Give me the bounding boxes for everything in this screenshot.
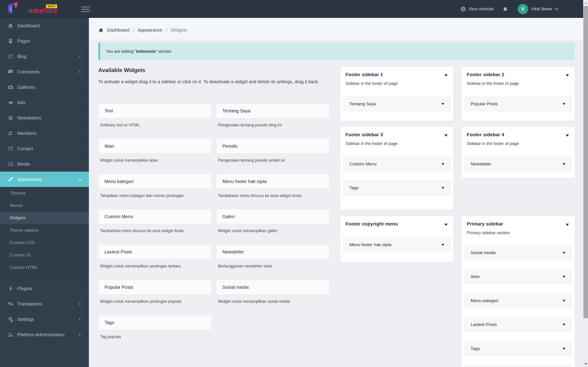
- widget-desc: Widget untuk menampilkan galeri: [218, 228, 277, 233]
- widget-desc: Tambahkan menu khusus ke area widget And…: [218, 193, 303, 198]
- triangle-down-icon: [563, 252, 565, 254]
- sidebar-item-media[interactable]: Media: [0, 156, 89, 172]
- sidebar-item-label: Ads: [17, 100, 25, 105]
- widget-card-custom-menu[interactable]: Custom Menu: [98, 209, 212, 224]
- submenu-item-custom-html[interactable]: Custom HTML: [0, 261, 89, 274]
- sidebar-toggle-hamburger-icon[interactable]: [81, 7, 90, 12]
- breadcrumb-dashboard[interactable]: Dashboard: [107, 27, 130, 33]
- sidebar-item-appearance[interactable]: Appearance: [0, 172, 89, 187]
- widget-card-menu-footer-hak-cipta[interactable]: Menu footer hak cipta: [216, 174, 330, 189]
- submenu-item-theme-options[interactable]: Theme options: [0, 224, 89, 236]
- submenu-item-menus[interactable]: Menus: [0, 199, 89, 212]
- sidebar-widget-item[interactable]: Iklan: [464, 269, 572, 284]
- panel-title: Footer sidebar 1: [346, 72, 383, 77]
- widget-desc: Pengenalan tentang penulis blog ini: [218, 123, 282, 127]
- breadcrumb-appearance[interactable]: Appearance: [138, 27, 162, 33]
- sidebar-item-label: Members: [17, 131, 36, 136]
- panel-title: Footer copyright menu: [346, 221, 398, 227]
- panel-collapse-toggle[interactable]: [444, 224, 448, 226]
- triangle-down-icon: [563, 324, 565, 326]
- submenu-item-custom-css[interactable]: Custom CSS: [0, 236, 89, 249]
- submenu-item-widgets[interactable]: Widgets: [0, 212, 89, 224]
- gears-icon: [7, 316, 14, 323]
- sidebar-widget-item[interactable]: Newsletter: [464, 157, 572, 171]
- sidebar-item-translations[interactable]: AZ Translations: [0, 296, 89, 311]
- submenu-item-themes[interactable]: Themes: [0, 187, 89, 199]
- widget-card-popular-posts[interactable]: Popular Posts: [98, 280, 212, 295]
- sidebar-widget-item-partial[interactable]: [464, 365, 572, 367]
- widget-card-text[interactable]: Text: [98, 103, 212, 118]
- panel-collapse-toggle[interactable]: [444, 74, 448, 77]
- sidebar-item-ads[interactable]: Ads: [0, 95, 89, 110]
- sidebar-item-newsletters[interactable]: Newsletters: [0, 110, 89, 125]
- home-icon[interactable]: [98, 27, 104, 33]
- sidebar-item-settings[interactable]: Settings: [0, 311, 89, 327]
- brand-logo[interactable]: inbefore NEXT: [6, 1, 64, 17]
- panel-collapse-toggle[interactable]: [444, 134, 448, 137]
- translate-icon: AZ: [7, 301, 14, 307]
- home-icon: [7, 23, 14, 29]
- sidebar-item-members[interactable]: Members: [0, 125, 89, 141]
- triangle-down-icon: [563, 300, 565, 302]
- sidebar-item-dashboard[interactable]: Dashboard: [0, 18, 89, 33]
- widget-card-penulis[interactable]: Penulis: [216, 139, 330, 154]
- sidebar-item-label: Newsletters: [17, 115, 41, 121]
- sidebar-item-label: Settings: [17, 317, 34, 322]
- widget-desc: Widget untuk menampilkan iklan: [100, 158, 158, 163]
- widget-card-tentang-saya[interactable]: Tentang Saya: [216, 103, 330, 118]
- triangle-down-icon: [563, 103, 565, 105]
- panel-subtitle: Primary sidebar section: [467, 231, 510, 235]
- sidebar-item-label: Appearance: [17, 177, 42, 182]
- sidebar-item-platform-administration[interactable]: Platform Administration: [0, 327, 89, 342]
- sidebar-widget-item[interactable]: Tags: [464, 341, 572, 356]
- panel-footer-copyright-menu: Footer copyright menu Menu footer hak ci…: [340, 216, 453, 262]
- sidebar-item-plugins[interactable]: Plugins: [0, 281, 89, 296]
- sidebar-widget-item[interactable]: Lastest Posts: [464, 317, 572, 332]
- sidebar-item-comments[interactable]: Comments: [0, 64, 89, 79]
- scrollbar-up-button[interactable]: [583, 0, 588, 6]
- sidebar-widget-item[interactable]: Tentang Saya: [343, 97, 450, 111]
- sidebar-widget-item[interactable]: Menu footer hak cipta: [343, 237, 450, 252]
- chevron-down-icon: [78, 177, 82, 181]
- widget-card-sosial-media[interactable]: Sosial media: [216, 280, 330, 295]
- sidebar-widget-label: Newsletter: [471, 161, 491, 167]
- avatar: V: [518, 4, 528, 14]
- sidebar-widget-label: Lastest Posts: [471, 322, 497, 327]
- triangle-down-icon: [444, 134, 448, 137]
- chevron-left-icon: [79, 70, 82, 73]
- scrollbar-thumb[interactable]: [583, 6, 588, 318]
- view-website-button[interactable]: View website: [460, 6, 494, 12]
- plug-icon: [7, 285, 14, 292]
- panel-collapse-toggle[interactable]: [566, 134, 569, 137]
- sidebar-widget-label: Custom Menu: [349, 161, 376, 167]
- sidebar-item-blog[interactable]: Blog: [0, 49, 89, 64]
- sidebar-item-galleries[interactable]: Galleries: [0, 79, 89, 95]
- triangle-down-icon: [441, 187, 444, 189]
- triangle-down-icon: [441, 244, 444, 246]
- widget-desc: Berlangganan newsletter kami: [218, 264, 272, 269]
- sidebar-item-pages[interactable]: Pages: [0, 33, 89, 49]
- widget-card-lastest-posts[interactable]: Lastest Posts: [98, 244, 212, 259]
- widget-desc: Tag populer: [100, 334, 121, 339]
- widget-card-newsletter[interactable]: Newsletter: [216, 244, 330, 259]
- widget-card-galeri[interactable]: Galeri: [216, 209, 330, 224]
- widget-card-iklan[interactable]: Iklan: [98, 139, 212, 154]
- sidebar-item-contact[interactable]: Contact: [0, 141, 89, 156]
- widget-card-tags[interactable]: Tags: [98, 315, 212, 330]
- sidebar-widget-item[interactable]: Popular Posts: [464, 97, 572, 111]
- available-widgets-title: Available Widgets: [98, 67, 145, 73]
- sidebar-widget-label: Iklan: [471, 274, 480, 279]
- widget-card-menu-kategori[interactable]: Menu kategori: [98, 174, 212, 189]
- sidebar-widget-item[interactable]: Tags: [343, 181, 450, 195]
- sidebar-widget-item[interactable]: Menu kategori: [464, 293, 572, 308]
- triangle-down-icon: [563, 276, 565, 278]
- panel-collapse-toggle[interactable]: [566, 74, 569, 77]
- sidebar-widget-item[interactable]: Custom Menu: [343, 157, 450, 171]
- page-scrollbar: [583, 0, 588, 367]
- submenu-item-custom-js[interactable]: Custom JS: [0, 249, 89, 261]
- scrollbar-down-button[interactable]: [583, 361, 588, 367]
- user-menu[interactable]: V Viral News: [518, 4, 558, 14]
- panel-collapse-toggle[interactable]: [566, 224, 569, 226]
- notifications-bell-icon[interactable]: [502, 6, 508, 12]
- sidebar-widget-item[interactable]: Sosial media: [464, 245, 572, 260]
